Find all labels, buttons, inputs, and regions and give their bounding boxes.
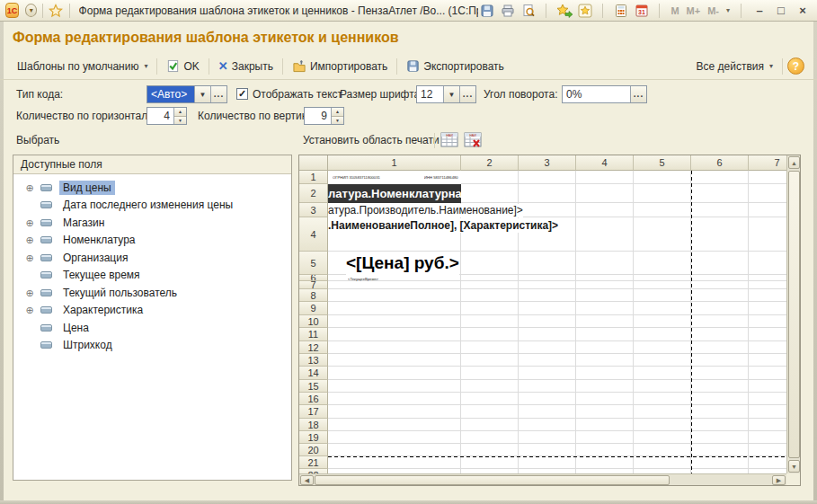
code-type-combobox[interactable]: <Авто> ▼ ... xyxy=(147,85,227,103)
row-header[interactable]: 21 xyxy=(299,456,328,469)
select-button[interactable]: Выбрать xyxy=(16,131,59,149)
column-header[interactable]: 7 xyxy=(749,155,786,171)
cell-manufacturer[interactable]: атура.Производитель.Наименование]> xyxy=(328,204,523,217)
column-header[interactable]: 6 xyxy=(691,155,749,171)
spin-down-icon[interactable]: ▼ xyxy=(332,117,343,125)
rotation-ellipsis-button[interactable]: ... xyxy=(630,86,646,102)
vertical-count-stepper[interactable]: 9 ▲ ▼ xyxy=(304,107,344,125)
cell-nomenclature-group[interactable]: латура.Номенклатурная xyxy=(328,184,461,203)
expand-plus-icon[interactable]: ⊕ xyxy=(24,305,35,315)
save-button[interactable] xyxy=(478,3,495,19)
row-header[interactable]: 1 xyxy=(299,171,328,184)
ok-button[interactable]: OK xyxy=(162,57,203,75)
row-header[interactable]: 13 xyxy=(299,354,328,367)
row-header[interactable]: 8 xyxy=(299,289,328,302)
column-header[interactable]: 3 xyxy=(519,155,576,171)
memory-m-plus-button[interactable]: M+ xyxy=(685,5,703,16)
print-button[interactable] xyxy=(499,3,516,19)
vertical-scrollbar[interactable]: ▲ ▼ xyxy=(786,155,800,473)
row-header[interactable]: 12 xyxy=(299,341,328,354)
spinner-buttons[interactable]: ▲ ▼ xyxy=(173,108,186,124)
field-tree-item[interactable]: ⊕ Вид цены xyxy=(13,179,291,197)
row-header[interactable]: 6 xyxy=(299,275,328,281)
import-button[interactable]: Импортировать xyxy=(288,57,392,75)
scroll-right-button[interactable]: ▶ xyxy=(772,475,786,485)
expand-plus-icon[interactable]: ⊕ xyxy=(24,287,35,298)
cell-price[interactable]: <[Цена] руб.> xyxy=(346,252,459,275)
row-header[interactable]: 15 xyxy=(299,380,328,393)
scroll-down-button[interactable]: ▼ xyxy=(788,460,800,473)
grid-corner-cell[interactable] xyxy=(299,155,328,171)
field-tree-item[interactable]: ⊕ Текущий пользователь xyxy=(13,284,291,302)
expand-plus-icon[interactable]: ⊕ xyxy=(24,234,35,245)
show-text-label[interactable]: Отображать текст xyxy=(253,85,342,103)
maximize-button[interactable]: □ xyxy=(772,4,790,17)
field-tree-item[interactable]: ⊕ Магазин xyxy=(13,214,291,232)
favorites-list-button[interactable] xyxy=(576,3,593,19)
calendar-button[interactable]: 31 xyxy=(633,3,650,19)
row-header[interactable]: 16 xyxy=(299,393,328,405)
field-tree-item[interactable]: ⊕ Номенклатура xyxy=(13,232,291,250)
row-header[interactable]: 14 xyxy=(299,367,328,380)
remove-print-area-icon-button[interactable]: НАИ xyxy=(464,132,482,147)
set-print-area-button[interactable]: Установить область печати xyxy=(303,131,440,149)
field-tree-item[interactable]: ⊕ Характеристика xyxy=(13,302,291,320)
cell-current-time[interactable]: <ТекущееВремя> xyxy=(348,275,406,281)
default-templates-button[interactable]: Шаблоны по умолчанию ▾ xyxy=(13,57,152,75)
spinner-buttons[interactable]: ▲ ▼ xyxy=(331,108,343,124)
add-favorite-button[interactable] xyxy=(555,3,573,19)
font-size-ellipsis-button[interactable]: ... xyxy=(459,86,475,102)
chevron-down-icon[interactable]: ▾ xyxy=(724,6,732,14)
set-print-area-icon-button[interactable]: НАИ xyxy=(440,132,458,147)
column-header[interactable]: 4 xyxy=(576,155,634,171)
row-header[interactable]: 7 xyxy=(299,281,328,289)
expand-plus-icon[interactable]: ⊕ xyxy=(24,217,35,228)
field-item-label[interactable]: Цена xyxy=(59,321,93,335)
show-text-checkbox[interactable]: ✓ xyxy=(236,88,248,100)
combo-arrow-button[interactable]: ▼ xyxy=(443,86,459,102)
memory-m-button[interactable]: M xyxy=(669,5,680,16)
field-item-label[interactable]: Вид цены xyxy=(59,181,115,195)
column-header[interactable]: 5 xyxy=(634,155,691,171)
scroll-left-button[interactable]: ◀ xyxy=(300,475,314,485)
row-header[interactable]: 18 xyxy=(299,419,328,431)
field-item-label[interactable]: Штрихкод xyxy=(59,338,116,352)
row-header[interactable]: 2 xyxy=(299,184,328,203)
row-header[interactable]: 20 xyxy=(299,444,328,456)
favorites-star-button[interactable] xyxy=(49,3,64,19)
field-item-label[interactable]: Номенклатура xyxy=(59,233,139,247)
spin-up-icon[interactable]: ▲ xyxy=(332,108,343,117)
expand-plus-icon[interactable]: ⊕ xyxy=(24,182,35,193)
calculator-button[interactable] xyxy=(612,3,629,19)
row-header[interactable]: 5 xyxy=(299,252,328,275)
field-item-label[interactable]: Текущий пользователь xyxy=(59,286,181,300)
column-header[interactable]: 2 xyxy=(461,155,519,171)
memory-m-minus-button[interactable]: M- xyxy=(706,5,721,16)
grid-data-area[interactable]: ОГРНИП 310583711800031 ИНН 583711486480 … xyxy=(328,171,786,473)
spin-up-icon[interactable]: ▲ xyxy=(174,108,186,117)
minimize-button[interactable]: – xyxy=(750,4,768,17)
close-button[interactable]: × xyxy=(794,4,812,17)
horizontal-count-stepper[interactable]: 4 ▲ ▼ xyxy=(147,107,187,125)
row-header[interactable]: 19 xyxy=(299,431,328,444)
all-actions-button[interactable]: Все действия ▾ xyxy=(692,57,777,75)
horizontal-scrollbar[interactable]: ◀ ▶ xyxy=(299,473,786,485)
field-tree-item[interactable]: ⊕ Дата последнего изменения цены xyxy=(13,197,291,215)
font-size-combobox[interactable]: 12 ▼ ... xyxy=(416,85,476,103)
column-header[interactable]: 1 xyxy=(328,155,461,171)
print-preview-button[interactable] xyxy=(520,3,537,19)
cell-requisites[interactable]: ОГРНИП 310583711800031 ИНН 583711486480 xyxy=(328,171,461,184)
field-item-label[interactable]: Текущее время xyxy=(59,268,144,282)
field-item-label[interactable]: Характеристика xyxy=(59,303,147,317)
rotation-field[interactable]: 0% ... xyxy=(562,85,647,103)
row-header[interactable]: 17 xyxy=(299,405,328,419)
field-item-label[interactable]: Магазин xyxy=(59,216,108,230)
field-tree-item[interactable]: ⊕ Штрихкод xyxy=(13,337,291,355)
system-menu-button[interactable]: ▾ xyxy=(25,4,37,17)
vertical-scroll-thumb[interactable] xyxy=(788,171,800,458)
field-tree-item[interactable]: ⊕ Текущее время xyxy=(13,267,291,285)
row-header[interactable]: 9 xyxy=(299,302,328,315)
field-tree-item[interactable]: ⊕ Цена xyxy=(13,319,291,337)
field-tree-item[interactable]: ⊕ Организация xyxy=(13,249,291,267)
field-item-label[interactable]: Дата последнего изменения цены xyxy=(59,198,236,212)
